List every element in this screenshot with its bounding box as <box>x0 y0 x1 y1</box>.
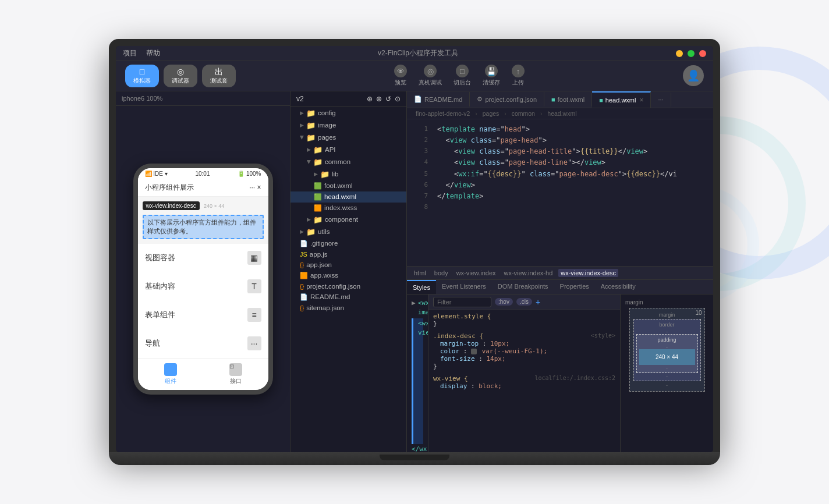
app-more[interactable]: ··· × <box>249 183 261 191</box>
filetree-lib[interactable]: ▶ 📁 lib <box>290 168 406 180</box>
background-action[interactable]: □ 切后台 <box>454 65 471 87</box>
list-item-view-container[interactable]: 视图容器 ▦ <box>138 244 268 272</box>
sep-1: › <box>475 110 479 117</box>
phone-list: 视图容器 ▦ 基础内容 T 表单组件 ≡ <box>138 244 268 357</box>
tab-head-wxml[interactable]: ■ head.wxml × <box>592 91 651 108</box>
list-item-form[interactable]: 表单组件 ≡ <box>138 301 268 329</box>
filetree-component[interactable]: ▶ 📁 component <box>290 214 406 226</box>
real-device-action[interactable]: ◎ 真机调试 <box>419 65 442 87</box>
line-num-8: 8 <box>412 202 428 213</box>
code-content-4: <view class="page-head-line"></view> <box>437 157 605 168</box>
dv-line-logo: ▶ <wx-image class="index-logo" src="../r… <box>412 298 423 318</box>
simulator-button[interactable]: □ 模拟器 <box>125 65 159 87</box>
debugger-icon: ◎ <box>177 67 184 77</box>
maximize-button[interactable] <box>688 50 695 57</box>
tab-foot-wxml[interactable]: ■ foot.wxml <box>544 93 592 107</box>
tab-readme[interactable]: 📄 README.md <box>407 92 470 107</box>
menu-project[interactable]: 项目 <box>123 48 137 58</box>
tab-foot-wxml-icon: ■ <box>551 96 555 103</box>
list-item-basic-content[interactable]: 基础内容 T <box>138 272 268 300</box>
close-button[interactable] <box>699 50 706 57</box>
arrow-image: ▶ <box>300 122 304 128</box>
debugger-button[interactable]: ◎ 调试器 <box>164 65 197 87</box>
hbc-html[interactable]: html <box>412 269 428 277</box>
filetree-config[interactable]: ▶ 📁 config <box>290 107 406 119</box>
filetree-head-wxml[interactable]: 🟩 head.wxml <box>290 191 406 203</box>
filetree-sitemap[interactable]: {} sitemap.json <box>290 303 406 313</box>
list-item-nav[interactable]: 导航 ··· <box>138 329 268 357</box>
hbc-wx-view-index-hd[interactable]: wx-view.index-hd <box>502 269 555 277</box>
phone-content: wx-view.index-desc 240 × 44 以下将展示小程序官方组件… <box>138 197 268 244</box>
phone-app-header: 小程序组件展示 ··· × <box>138 179 268 197</box>
tab-head-wxml-close[interactable]: × <box>639 96 643 104</box>
filetree-api[interactable]: ▶ 📁 API <box>290 144 406 156</box>
styles-tab[interactable]: Styles <box>407 280 436 294</box>
hbc-body[interactable]: body <box>432 269 451 277</box>
list-item-icon-4: ··· <box>247 336 261 350</box>
laptop-screen: 项目 帮助 v2-FinClip小程序开发工具 □ <box>116 46 713 452</box>
filter-pill-cls[interactable]: .cls <box>516 298 532 306</box>
upload-action[interactable]: ↑ 上传 <box>512 65 525 87</box>
styles-content: element.style { } .index-desc { <style> <box>428 310 620 452</box>
nav-item-component[interactable]: ⊞ 组件 <box>138 359 203 390</box>
main-area: iphone6 100% 📶 IDE ▾ 10:01 🔋 100% <box>116 91 713 452</box>
filetree-pages[interactable]: ▶ 📁 pages <box>290 132 406 144</box>
dom-breakpoints-tab[interactable]: DOM Breakpoints <box>492 280 554 294</box>
filetree-app-js[interactable]: JS app.js <box>290 249 406 260</box>
filetree-index-wxss[interactable]: 🟧 index.wxss <box>290 203 406 214</box>
code-content-8 <box>437 202 441 213</box>
code-content-7: </template> <box>437 191 483 202</box>
hbc-wx-view-index-desc[interactable]: wx-view.index-desc <box>558 269 618 277</box>
nav-item-api[interactable]: ⊡ 接口 <box>203 359 268 390</box>
menu-help[interactable]: 帮助 <box>146 48 160 58</box>
hbc-wx-view-index[interactable]: wx-view.index <box>454 269 498 277</box>
accessibility-tab[interactable]: Accessibility <box>595 280 642 294</box>
filetree-readme[interactable]: 📄 README.md <box>290 292 406 303</box>
filetree-icon-1[interactable]: ⊕ <box>367 95 373 103</box>
code-editor[interactable]: 1 <template name="head"> 2 <view class="… <box>407 119 713 266</box>
screen-bezel: 项目 帮助 v2-FinClip小程序开发工具 □ <box>109 39 720 452</box>
filetree-gitignore[interactable]: 📄 .gitignore <box>290 238 406 249</box>
filetree-app-wxss[interactable]: 🟧 app.wxss <box>290 270 406 281</box>
filetree-common-label: common <box>325 158 350 165</box>
preview-label: 预览 <box>395 79 406 87</box>
filetree-utils-label: utils <box>318 228 330 235</box>
tab-more[interactable]: ··· <box>651 93 671 107</box>
style-val-margin-top: 10px; <box>490 340 509 347</box>
filter-plus-btn[interactable]: + <box>536 297 540 307</box>
filetree-index-wxss-label: index.wxss <box>324 204 357 211</box>
filetree-app-json-label: app.json <box>306 261 331 268</box>
filetree-icon-4[interactable]: ⊙ <box>395 95 401 103</box>
filetree-foot-wxml[interactable]: 🟩 foot.wxml <box>290 180 406 191</box>
upload-label: 上传 <box>512 79 524 87</box>
list-item-icon-2: T <box>247 279 261 293</box>
user-avatar[interactable]: 👤 <box>683 65 704 86</box>
color-swatch <box>471 349 477 354</box>
editor-breadcrumb: fino-applet-demo-v2 › pages › common › h… <box>407 108 713 119</box>
file-gitignore-icon: 📄 <box>300 240 308 247</box>
filetree-icon-3[interactable]: ↺ <box>385 95 391 103</box>
tab-project-config[interactable]: ⚙ project.config.json <box>470 92 544 107</box>
properties-tab[interactable]: Properties <box>554 280 595 294</box>
filter-pill-hov[interactable]: :hov <box>495 298 513 306</box>
clear-cache-label: 清缓存 <box>483 79 500 87</box>
filetree-image[interactable]: ▶ 📁 image <box>290 119 406 132</box>
filetree-utils[interactable]: ▶ 📁 utils <box>290 226 406 238</box>
preview-action[interactable]: 👁 预览 <box>394 65 407 87</box>
dv-arrow-logo[interactable]: ▶ <box>412 299 416 318</box>
arrow-utils: ▶ <box>300 229 304 235</box>
arrow-api: ▶ <box>307 147 311 152</box>
folder-api-icon: 📁 <box>313 145 323 154</box>
styles-filter-input[interactable] <box>433 297 491 307</box>
filetree-common[interactable]: ▶ 📁 common <box>290 156 406 168</box>
filetree-app-json[interactable]: {} app.json <box>290 260 406 270</box>
minimize-button[interactable] <box>676 50 683 57</box>
arrow-pages: ▶ <box>299 136 305 140</box>
list-item-label-4: 导航 <box>145 338 160 349</box>
clear-cache-action[interactable]: 💾 清缓存 <box>483 65 500 87</box>
test-button[interactable]: 出 测试套 <box>202 65 236 87</box>
filetree-icon-2[interactable]: ⊕ <box>376 95 382 103</box>
filetree-project-config[interactable]: {} project.config.json <box>290 281 406 292</box>
styles-filter-bar: :hov .cls + <box>428 294 620 310</box>
event-listeners-tab[interactable]: Event Listeners <box>436 280 492 294</box>
